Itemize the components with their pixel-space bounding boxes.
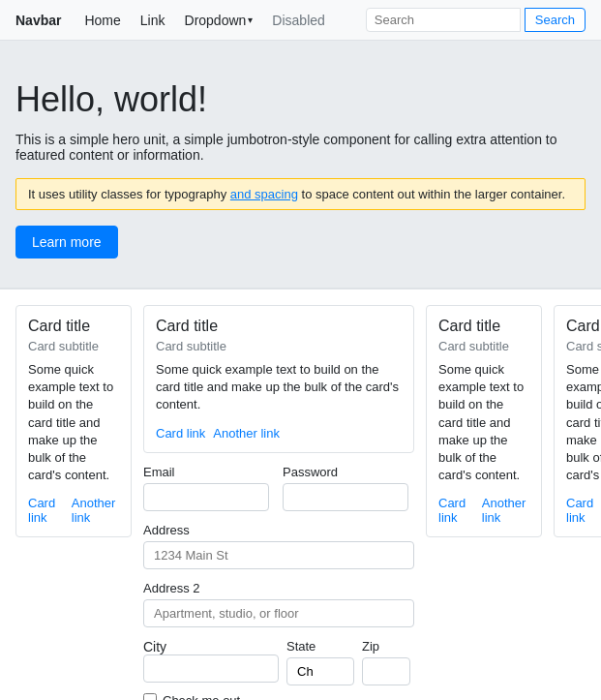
state-group: State Ch CA NY bbox=[286, 639, 354, 685]
search-button[interactable]: Search bbox=[525, 8, 586, 32]
card-1-link2[interactable]: Another link bbox=[72, 496, 119, 525]
city-field[interactable] bbox=[143, 654, 279, 683]
email-password-row: Email Password bbox=[143, 465, 414, 511]
hero-description: This is a simple hero unit, a simple jum… bbox=[15, 132, 586, 163]
city-group: City bbox=[143, 639, 279, 685]
card-4-subtitle: Card subtitle bbox=[566, 339, 601, 353]
city-state-zip-row: City State Ch CA NY Zip bbox=[143, 639, 414, 685]
email-group: Email bbox=[143, 465, 275, 511]
nav-link-home[interactable]: Home bbox=[76, 9, 128, 32]
card-3-link1[interactable]: Card link bbox=[438, 496, 474, 525]
card-1-text: Some quick example text to build on the … bbox=[28, 361, 119, 484]
password-field[interactable] bbox=[283, 483, 408, 511]
card-3-subtitle: Card subtitle bbox=[438, 339, 529, 353]
card-1-links: Card link Another link bbox=[28, 496, 119, 525]
hero-info-box: It uses utility classes for typography a… bbox=[15, 178, 586, 210]
nav-dropdown-label: Dropdown bbox=[185, 13, 247, 28]
search-input[interactable] bbox=[366, 8, 521, 32]
signup-form: Email Password Address Address 2 bbox=[143, 465, 414, 700]
card-2: Card title Card subtitle Some quick exam… bbox=[143, 305, 414, 453]
card-1-link1[interactable]: Card link bbox=[28, 496, 64, 525]
navbar: Navbar Home Link Dropdown ▾ Disabled Sea… bbox=[0, 0, 601, 41]
zip-group: Zip bbox=[362, 639, 410, 685]
card-4-text: Some quick example text to build on the … bbox=[566, 361, 601, 484]
card-4-link1[interactable]: Card link bbox=[566, 496, 601, 525]
navbar-brand: Navbar bbox=[15, 13, 61, 28]
card-2-subtitle: Card subtitle bbox=[156, 339, 402, 353]
nav-dropdown[interactable]: Dropdown ▾ bbox=[177, 9, 261, 32]
hero-info-text-post: to space content out within the larger c… bbox=[298, 187, 565, 201]
card-4: Card title Card subtitle Some quick exam… bbox=[554, 305, 601, 537]
card-4-links: Card link Another link bbox=[566, 496, 601, 525]
hero-title: Hello, world! bbox=[15, 79, 586, 120]
card-2-text: Some quick example text to build on the … bbox=[156, 361, 402, 414]
navbar-nav: Home Link Dropdown ▾ Disabled bbox=[76, 9, 365, 32]
card-3-link2[interactable]: Another link bbox=[482, 496, 529, 525]
card-3-links: Card link Another link bbox=[438, 496, 529, 525]
card-1-title: Card title bbox=[28, 318, 119, 335]
address2-group: Address 2 bbox=[143, 581, 414, 627]
card-3-title: Card title bbox=[438, 318, 529, 335]
card-3: Card title Card subtitle Some quick exam… bbox=[426, 305, 542, 537]
card-4-title: Card title bbox=[566, 318, 601, 335]
email-label: Email bbox=[143, 465, 275, 479]
hero-info-link[interactable]: and spacing bbox=[230, 187, 298, 201]
address2-label: Address 2 bbox=[143, 581, 414, 595]
nav-link-disabled: Disabled bbox=[264, 9, 332, 32]
password-group: Password bbox=[283, 465, 414, 511]
address-group: Address bbox=[143, 523, 414, 569]
card-2-link1[interactable]: Card link bbox=[156, 426, 205, 441]
email-field[interactable] bbox=[143, 483, 269, 511]
hero-section: Hello, world! This is a simple hero unit… bbox=[0, 41, 601, 289]
address-label: Address bbox=[143, 523, 414, 537]
zip-field[interactable] bbox=[362, 657, 410, 685]
password-label: Password bbox=[283, 465, 414, 479]
navbar-search: Search bbox=[366, 8, 586, 32]
checkbox-row: Check me out bbox=[143, 693, 414, 700]
zip-label: Zip bbox=[362, 639, 410, 654]
card-2-title: Card title bbox=[156, 318, 402, 335]
learn-more-button[interactable]: Learn more bbox=[15, 226, 118, 259]
nav-link-link[interactable]: Link bbox=[133, 9, 173, 32]
chevron-down-icon: ▾ bbox=[248, 15, 253, 25]
city-label: City bbox=[143, 639, 279, 654]
state-select[interactable]: Ch CA NY bbox=[286, 657, 354, 685]
card-2-link2[interactable]: Another link bbox=[213, 426, 280, 441]
card-3-text: Some quick example text to build on the … bbox=[438, 361, 529, 484]
card-2-links: Card link Another link bbox=[156, 426, 402, 441]
address2-field[interactable] bbox=[143, 599, 414, 627]
state-label: State bbox=[286, 639, 354, 654]
checkbox-label: Check me out bbox=[163, 693, 240, 700]
address-field[interactable] bbox=[143, 541, 414, 569]
hero-info-text-pre: It uses utility classes for typography bbox=[28, 187, 230, 201]
card-1: Card title Card subtitle Some quick exam… bbox=[15, 305, 132, 537]
card-1-subtitle: Card subtitle bbox=[28, 339, 119, 353]
check-me-out-checkbox[interactable] bbox=[143, 693, 157, 700]
